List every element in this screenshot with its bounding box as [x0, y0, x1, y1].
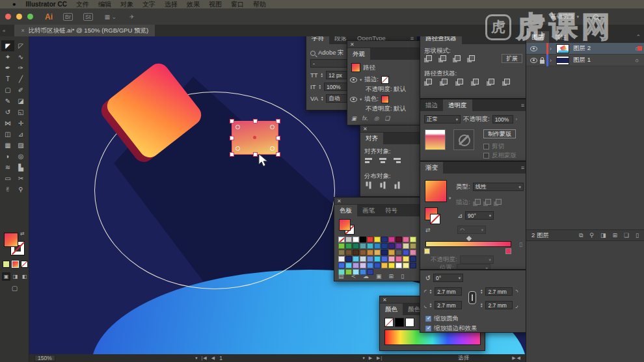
new-sublayer-icon[interactable]: ⊞: [612, 232, 617, 239]
swatch[interactable]: [381, 256, 388, 262]
menu-item-5[interactable]: 效果: [187, 0, 200, 9]
kerning-stepper[interactable]: ▲▼: [321, 96, 323, 101]
swatch[interactable]: [353, 237, 359, 242]
swatch[interactable]: [381, 237, 388, 242]
menu-item-6[interactable]: 视图: [209, 0, 222, 9]
mask-thumbnail[interactable]: [453, 129, 474, 150]
menu-item-3[interactable]: 文字: [142, 0, 155, 9]
opacity-field[interactable]: 100%: [492, 115, 513, 123]
swatch[interactable]: [338, 243, 345, 249]
swatch[interactable]: [367, 256, 373, 262]
swatch[interactable]: [360, 243, 366, 249]
white-swatch[interactable]: [405, 318, 414, 327]
lock-toggle[interactable]: [537, 57, 546, 64]
swatch[interactable]: [381, 243, 388, 249]
size-stepper[interactable]: ▲▼: [321, 73, 323, 78]
selected-rectangle[interactable]: [232, 121, 278, 155]
outline-icon[interactable]: [487, 79, 494, 86]
corner-stepper[interactable]: ▲▼: [429, 289, 432, 294]
close-document-icon[interactable]: ×: [21, 27, 24, 34]
zoom-window-button[interactable]: [27, 14, 33, 19]
tab-transparency[interactable]: 透明度: [443, 99, 472, 111]
width-tool[interactable]: ⋈: [1, 118, 14, 129]
new-color-group-icon[interactable]: ▣: [376, 273, 382, 279]
selection-handle[interactable]: [230, 119, 234, 123]
close-panel-icon[interactable]: ✕: [350, 42, 355, 47]
swatch[interactable]: [388, 250, 395, 255]
screen-mode-button[interactable]: ▢: [0, 285, 29, 292]
vertical-distribute-center-icon[interactable]: [379, 181, 387, 190]
app-menu[interactable]: Illustrator CC: [26, 1, 67, 8]
make-mask-button[interactable]: 制作蒙版: [483, 129, 516, 138]
fill-proxy-swatch[interactable]: [339, 219, 351, 231]
swatch[interactable]: [338, 237, 345, 242]
pen-tool[interactable]: ✒: [1, 62, 14, 73]
corner-widget[interactable]: [235, 125, 240, 129]
layer-thumbnail[interactable]: [556, 56, 569, 65]
swatch[interactable]: [403, 250, 409, 255]
selection-handle[interactable]: [276, 136, 280, 140]
close-panel-icon[interactable]: ✕: [382, 297, 387, 303]
last-color-button[interactable]: [3, 261, 10, 268]
trim-icon[interactable]: [440, 79, 448, 86]
stop-position-select[interactable]: ▾: [457, 264, 490, 270]
reverse-gradient-icon[interactable]: ⇄: [425, 227, 431, 233]
menu-item-2[interactable]: 对象: [120, 0, 133, 9]
invert-mask-checkbox[interactable]: [483, 153, 489, 159]
bridge-icon[interactable]: Br: [63, 13, 73, 21]
tab-symbols[interactable]: 符号: [380, 205, 403, 216]
gradient-slider[interactable]: [425, 241, 511, 247]
swatch[interactable]: [403, 256, 409, 262]
arrange-documents-icon[interactable]: ▦ ⌄: [103, 14, 118, 20]
corner-widget[interactable]: [270, 125, 275, 129]
gradient-stop-end[interactable]: [505, 248, 511, 254]
slice-tool[interactable]: ✂: [14, 173, 27, 184]
tab-align[interactable]: 对齐: [360, 133, 383, 144]
swatch[interactable]: [388, 263, 395, 268]
tab-brushes[interactable]: 画笔: [357, 205, 380, 216]
perspective-grid-tool[interactable]: ⊿: [14, 129, 27, 140]
layer-thumbnail[interactable]: [556, 44, 569, 53]
corner-tr-field[interactable]: 2.7 mm: [485, 287, 513, 296]
next-artboard-icon[interactable]: ▶: [369, 356, 373, 361]
visibility-icon[interactable]: [350, 97, 357, 102]
swatch[interactable]: [410, 263, 416, 268]
type-tool[interactable]: T: [1, 73, 14, 84]
swatch-libraries-icon[interactable]: ▤: [338, 273, 344, 279]
tab-stroke[interactable]: 描边: [420, 99, 443, 111]
visibility-icon[interactable]: [530, 46, 537, 51]
corner-widget[interactable]: [235, 146, 240, 151]
swatch[interactable]: [396, 263, 402, 268]
corner-stepper[interactable]: ▲▼: [480, 289, 483, 294]
selection-handle[interactable]: [253, 119, 258, 123]
minimize-window-button[interactable]: [16, 14, 22, 19]
gradient-tool[interactable]: ▨: [14, 140, 27, 151]
workspace-switcher[interactable]: 基础功能: [550, 12, 574, 21]
pencil-tool[interactable]: ✎: [1, 96, 14, 107]
swatch[interactable]: [403, 237, 409, 242]
delete-swatch-icon[interactable]: ▯: [401, 273, 404, 279]
panel-menu-icon[interactable]: ≡: [521, 103, 524, 109]
stroke-across-icon[interactable]: [494, 199, 502, 206]
close-window-button[interactable]: [5, 14, 11, 19]
delete-stop-icon[interactable]: ▯: [519, 241, 522, 248]
layer-row[interactable]: › 图层 2 ○: [526, 43, 644, 55]
swatch[interactable]: [388, 237, 395, 242]
color-themes-icon[interactable]: ☁: [363, 273, 369, 279]
shape-builder-tool[interactable]: ◫: [1, 129, 14, 140]
swatch[interactable]: [345, 237, 352, 242]
make-mask-icon[interactable]: ◨: [600, 232, 606, 239]
swatch[interactable]: [345, 256, 352, 262]
blend-mode-select[interactable]: 正常▾: [424, 115, 461, 123]
clip-checkbox[interactable]: [483, 144, 489, 149]
layer-row[interactable]: › 图层 1 ○: [526, 55, 644, 66]
stroke-row-label[interactable]: 描边:: [364, 75, 379, 84]
swatch[interactable]: [338, 256, 345, 262]
swatch[interactable]: [367, 263, 373, 268]
swatch[interactable]: [353, 243, 359, 249]
unite-icon[interactable]: [424, 55, 432, 62]
artboard-tool[interactable]: ▭: [1, 173, 14, 184]
rectangle-tool[interactable]: ▢: [1, 84, 14, 96]
lasso-tool[interactable]: ∿: [14, 51, 27, 62]
leading-stepper[interactable]: ▲▼: [318, 84, 321, 90]
